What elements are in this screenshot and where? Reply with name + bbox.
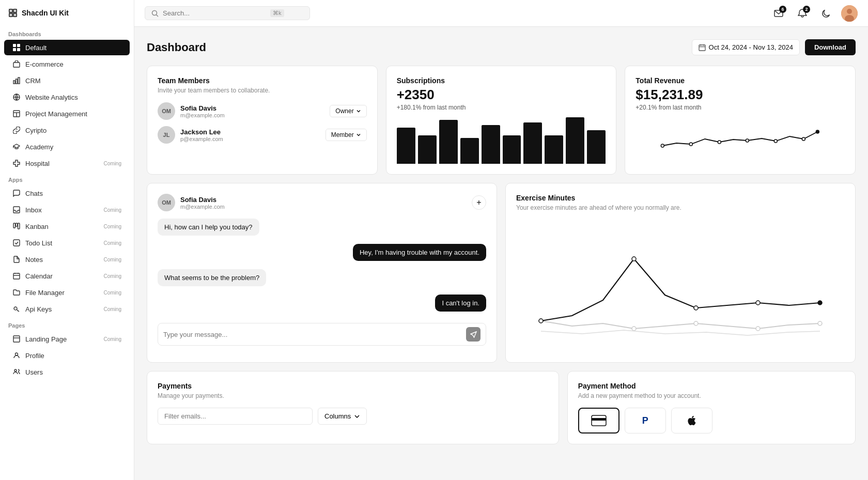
coming-badge: Coming (104, 257, 121, 262)
shop-icon (12, 60, 21, 68)
search-box[interactable]: ⌘k (145, 6, 310, 20)
sofia-email: m@example.com (180, 112, 225, 118)
card-payment-option[interactable] (578, 408, 619, 433)
svg-rect-4 (13, 44, 16, 47)
subscriptions-chart (397, 117, 606, 164)
exercise-subtitle: Your exercise minutes are ahead of where… (516, 204, 845, 211)
sidebar-item-crm[interactable]: CRM (4, 73, 130, 88)
sidebar-item-kanban[interactable]: Kanban Coming (4, 219, 130, 234)
exercise-title: Exercise Minutes (516, 194, 845, 202)
team-member-jackson: JL Jackson Lee p@example.com Member (158, 126, 367, 144)
bell-button[interactable]: 2 (794, 5, 811, 22)
chat-user-email: m@example.com (180, 204, 225, 210)
graduation-icon (12, 143, 21, 151)
coming-badge: Coming (104, 240, 121, 246)
sidebar-item-default[interactable]: Default (4, 40, 130, 55)
chat-plus-button[interactable]: + (472, 195, 486, 210)
date-range-label: Oct 24, 2024 - Nov 13, 2024 (709, 43, 793, 51)
sidebar-item-label: Users (25, 368, 43, 376)
sidebar-item-cyripto[interactable]: Cyripto (4, 122, 130, 138)
date-range-picker[interactable]: Oct 24, 2024 - Nov 13, 2024 (692, 39, 800, 55)
svg-point-30 (152, 10, 157, 15)
payment-method-title: Payment Method (578, 382, 845, 390)
sidebar-item-label: Landing Page (25, 335, 67, 343)
sidebar-item-inbox[interactable]: Inbox Coming (4, 202, 130, 218)
sidebar-item-notes[interactable]: Notes Coming (4, 252, 130, 267)
svg-rect-9 (13, 81, 15, 84)
theme-toggle[interactable] (817, 5, 835, 22)
chat-user-name: Sofia Davis (180, 196, 225, 204)
columns-button[interactable]: Columns (318, 408, 367, 425)
content: Dashboard Oct 24, 2024 - Nov 13, 2024 Do… (134, 27, 868, 480)
sidebar-item-label: Cyripto (25, 127, 47, 134)
bar (482, 125, 500, 164)
sidebar-item-label: E-commerce (25, 60, 64, 68)
sidebar-item-calendar[interactable]: Calendar Coming (4, 268, 130, 284)
coming-badge: Coming (104, 224, 121, 229)
svg-rect-18 (16, 223, 18, 226)
sidebar-item-hospital[interactable]: Hospital Coming (4, 156, 130, 171)
sidebar: Shacdn UI Kit Dashboards Default E-comme… (0, 0, 134, 480)
download-button[interactable]: Download (805, 39, 856, 55)
sidebar-item-todo-list[interactable]: Todo List Coming (4, 235, 130, 251)
sidebar-item-chats[interactable]: Chats (4, 185, 130, 201)
bar (523, 122, 542, 164)
sidebar-item-website-analytics[interactable]: Website Analytics (4, 89, 130, 105)
send-button[interactable] (466, 327, 481, 342)
sidebar-item-api-keys[interactable]: Api Keys Coming (4, 301, 130, 317)
coming-badge: Coming (104, 161, 121, 166)
chat-user: OM Sofia Davis m@example.com (158, 194, 225, 211)
sidebar-item-profile[interactable]: Profile (4, 348, 130, 363)
bar (503, 135, 521, 164)
svg-point-34 (847, 9, 852, 14)
paypal-payment-option[interactable]: P (625, 408, 666, 433)
sidebar-item-landing-page[interactable]: Landing Page Coming (4, 331, 130, 347)
folder-icon (12, 288, 21, 297)
sidebar-item-file-manager[interactable]: File Manager Coming (4, 285, 130, 300)
jackson-avatar: JL (158, 126, 175, 144)
apple-icon (686, 414, 698, 427)
row-3: Payments Manage your payments. Columns P… (147, 371, 856, 444)
sofia-role-badge[interactable]: Owner (330, 105, 366, 117)
chat-header: OM Sofia Davis m@example.com + (158, 194, 486, 211)
svg-rect-10 (16, 79, 18, 84)
svg-rect-7 (17, 48, 20, 51)
search-kbd: ⌘k (270, 9, 284, 17)
sidebar-item-users[interactable]: Users (4, 364, 130, 380)
section-pages-label: Pages (0, 317, 134, 331)
search-input[interactable] (163, 9, 266, 17)
sidebar-item-label: Kanban (25, 223, 49, 230)
chevron-down-icon (356, 132, 361, 137)
page-title: Dashboard (147, 41, 206, 54)
mail-badge: 6 (779, 6, 786, 13)
svg-point-42 (718, 141, 721, 144)
avatar[interactable] (841, 5, 858, 22)
payments-card: Payments Manage your payments. Columns (147, 371, 559, 444)
chat-input[interactable] (163, 331, 462, 338)
credit-card-icon (591, 415, 607, 426)
logo-icon (8, 8, 18, 18)
sidebar-item-ecommerce[interactable]: E-commerce (4, 56, 130, 72)
bar (587, 130, 606, 164)
sidebar-item-academy[interactable]: Academy (4, 139, 130, 154)
svg-point-41 (690, 143, 693, 146)
chevron-down-icon (354, 413, 360, 420)
mail-button[interactable]: 6 (770, 5, 787, 22)
payments-filter-input[interactable] (158, 408, 313, 425)
apple-payment-option[interactable] (671, 408, 712, 433)
jackson-role-badge[interactable]: Member (326, 129, 367, 141)
plus-icon (12, 159, 21, 167)
team-member-sofia: OM Sofia Davis m@example.com Owner (158, 102, 367, 120)
row-2: OM Sofia Davis m@example.com + Hi, how c… (147, 183, 856, 363)
sidebar-item-label: File Manager (25, 289, 65, 297)
svg-point-51 (818, 321, 822, 326)
bar (460, 138, 479, 164)
kanban-icon (12, 222, 21, 230)
svg-point-29 (14, 369, 17, 371)
topbar-right: 6 2 (770, 5, 858, 22)
sidebar-item-project-management[interactable]: Project Management (4, 106, 130, 121)
svg-point-56 (818, 301, 822, 305)
sidebar-item-label: Notes (25, 256, 43, 264)
svg-point-54 (694, 306, 698, 310)
svg-point-53 (632, 257, 636, 261)
